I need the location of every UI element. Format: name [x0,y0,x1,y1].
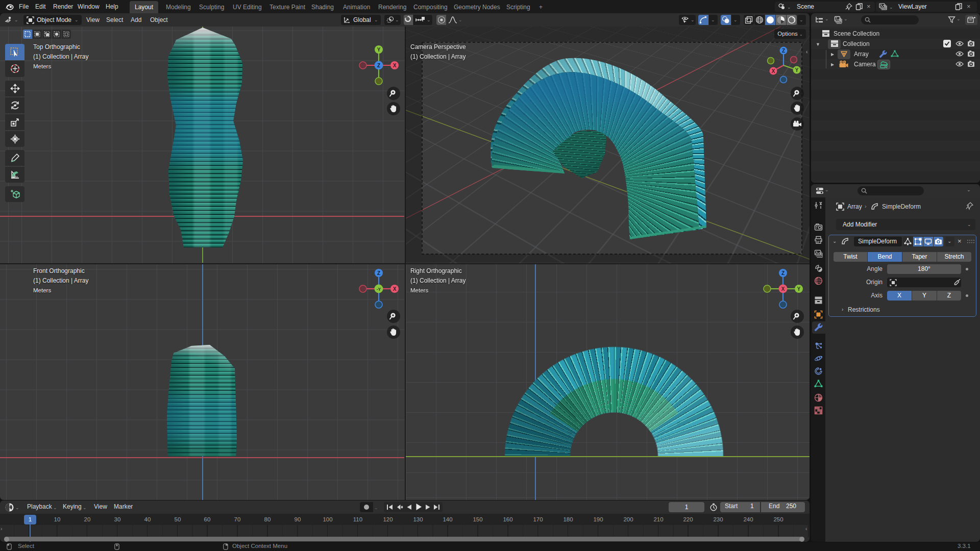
svg-text:Y: Y [797,286,801,292]
svg-text:X: X [781,286,785,292]
svg-text:Z: Z [782,48,785,54]
svg-text:Z: Z [377,270,380,276]
svg-text:-Y: -Y [377,287,381,292]
svg-text:X: X [393,63,397,68]
svg-text:X: X [393,286,397,292]
svg-text:Z: Z [377,63,380,68]
svg-text:Y: Y [795,67,799,73]
svg-text:Y: Y [377,47,381,53]
svg-text:Z: Z [781,270,785,276]
svg-text:X: X [772,68,775,74]
